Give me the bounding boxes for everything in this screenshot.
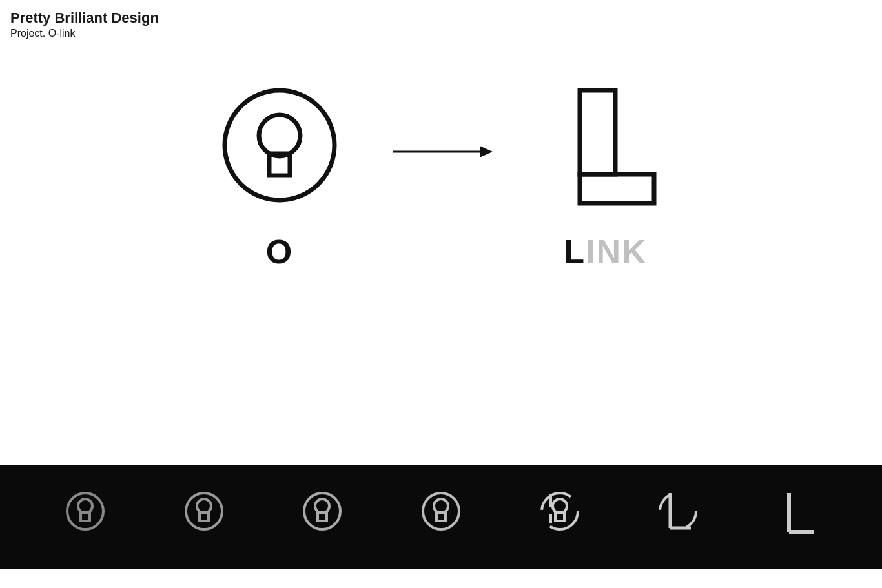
symbol-l-container: LINK	[548, 84, 664, 271]
label-l: L	[564, 233, 586, 270]
strip-icon-4	[415, 488, 467, 546]
label-link: LINK	[564, 232, 647, 271]
svg-rect-5	[580, 90, 615, 174]
strip-icon-5	[534, 488, 586, 546]
strip-icon-6	[652, 488, 704, 546]
diagram-area: O LINK	[0, 84, 882, 271]
strip-icon-7	[771, 488, 823, 546]
strip-icon-1	[59, 488, 111, 546]
strip-icon-2	[178, 488, 230, 546]
o-icon	[218, 84, 341, 213]
arrow	[393, 142, 496, 161]
l-icon	[548, 84, 664, 213]
svg-marker-4	[480, 146, 493, 157]
svg-point-1	[259, 115, 300, 156]
svg-point-23	[660, 493, 696, 529]
strip-icon-3	[296, 488, 348, 546]
label-ink: INK	[586, 233, 648, 270]
svg-rect-6	[580, 174, 654, 203]
symbol-o-container: O	[218, 84, 341, 271]
header-title: Pretty Brilliant Design	[10, 10, 159, 26]
header-subtitle: Project. O-link	[10, 28, 159, 39]
bottom-strip	[0, 465, 882, 569]
header: Pretty Brilliant Design Project. O-link	[10, 10, 159, 39]
svg-point-0	[225, 90, 334, 200]
label-o: O	[266, 232, 293, 271]
